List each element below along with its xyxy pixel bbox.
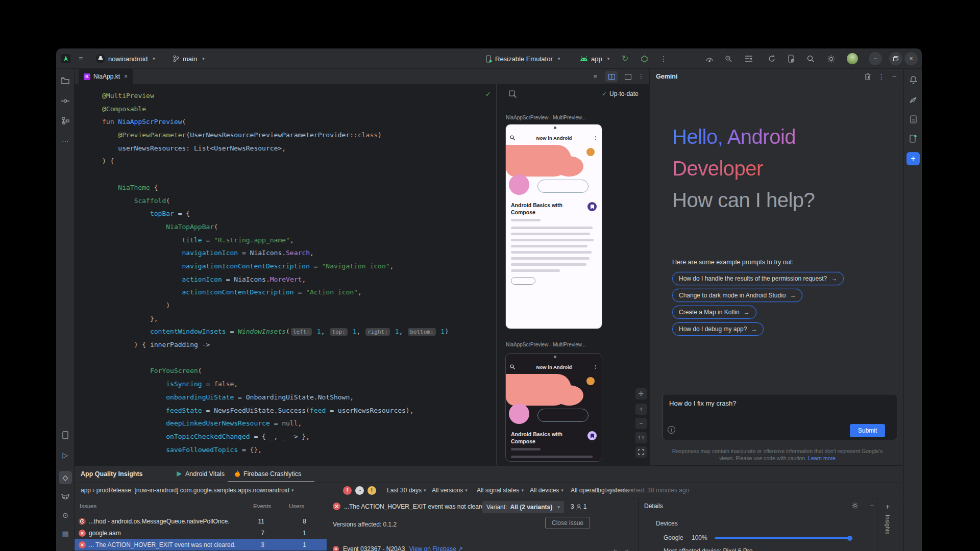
maximize-button[interactable] bbox=[889, 48, 902, 69]
variant-dropdown[interactable]: Variant: All (2 variants) ▾ bbox=[482, 501, 564, 513]
code-view-button[interactable]: ≡ bbox=[589, 71, 601, 82]
versions-dropdown[interactable]: All versions▾ bbox=[432, 483, 468, 498]
compose-preview-panel: ✓ Up-to-date NiaAppScrPreview - MultiPre… bbox=[496, 84, 649, 465]
next-event-icon[interactable]: → bbox=[624, 545, 630, 551]
preview-label-2[interactable]: NiaAppScrPreview - MultiPreview... bbox=[506, 342, 586, 347]
time-range-dropdown[interactable]: Last 30 days▾ bbox=[387, 483, 426, 498]
prompt-chip-dark-mode[interactable]: Change to dark mode in Android Studio → bbox=[672, 289, 802, 302]
device-selector[interactable]: Resizable Emulator ▾ bbox=[485, 48, 560, 69]
view-on-firebase-link[interactable]: View on Firebase ↗ bbox=[409, 545, 463, 551]
col-events[interactable]: Events bbox=[253, 503, 271, 509]
design-view-button[interactable] bbox=[622, 71, 634, 82]
prev-event-icon[interactable]: ← bbox=[612, 545, 619, 551]
zoom-in-button[interactable]: + bbox=[635, 404, 647, 415]
scope-dropdown[interactable]: app › prodRelease: [now-in-android] com.… bbox=[81, 483, 293, 498]
run-config-selector[interactable]: app ▾ bbox=[580, 48, 609, 69]
phone-app-bar: Now in Android ⋮ bbox=[506, 361, 602, 373]
issue-row-action-hover-exit[interactable]: ... The ACTION_HOVER_EXIT event was not … bbox=[75, 539, 327, 550]
details-settings-icon[interactable] bbox=[851, 502, 859, 509]
code-editor[interactable]: @MultiPreview@Composablefun NiaAppScrPre… bbox=[75, 84, 496, 465]
devices-dropdown[interactable]: All devices▾ bbox=[530, 483, 564, 498]
search-everywhere-button[interactable] bbox=[806, 48, 815, 69]
signal-states-dropdown[interactable]: All signal states▾ bbox=[477, 483, 524, 498]
anr-filter-toggle[interactable]: ! bbox=[368, 486, 376, 495]
add-tool-button[interactable]: + bbox=[906, 152, 920, 165]
running-devices-tool-button[interactable] bbox=[906, 132, 920, 145]
details-title[interactable]: Details bbox=[644, 503, 663, 510]
insights-vertical-tab[interactable]: Insights bbox=[885, 515, 891, 534]
rerun-button[interactable]: ↻ bbox=[622, 48, 628, 69]
inspect-code-button[interactable] bbox=[724, 48, 732, 69]
minimize-button[interactable]: − bbox=[869, 48, 882, 69]
notifications-tool-button[interactable] bbox=[906, 73, 920, 86]
col-users[interactable]: Users bbox=[289, 503, 304, 509]
tab-android-vitals[interactable]: Android Vitals bbox=[176, 466, 225, 482]
col-issues[interactable]: Issues bbox=[80, 503, 96, 509]
gemini-tool-button[interactable] bbox=[906, 93, 920, 107]
app-quality-insights-tool-button[interactable]: ◇ bbox=[59, 471, 72, 484]
zoom-reset-button[interactable]: 1:1 bbox=[635, 432, 647, 443]
run-tool-button[interactable]: ▷ bbox=[59, 448, 72, 462]
maximize-icon bbox=[889, 52, 902, 65]
run-button[interactable] bbox=[641, 48, 648, 69]
screenshot-tool-button[interactable]: ▦ bbox=[59, 527, 72, 540]
problems-tool-button[interactable]: ⊙ bbox=[59, 509, 72, 522]
close-issue-button[interactable]: Close issue bbox=[545, 517, 590, 529]
branch-selector[interactable]: main ▾ bbox=[173, 48, 205, 69]
zoom-fit-button[interactable] bbox=[635, 446, 647, 458]
prompt-chip-permission[interactable]: How do I handle the results of the permi… bbox=[672, 272, 844, 285]
close-tab-icon[interactable]: × bbox=[124, 73, 128, 80]
prompt-chip-map-kotlin[interactable]: Create a Map in Kotlin → bbox=[672, 306, 756, 319]
close-button[interactable]: × bbox=[904, 48, 918, 69]
phone-preview-light[interactable]: Now in Android ⋮ Android Basics with Com… bbox=[505, 124, 602, 329]
issue-row-google-aam[interactable]: google.aam 7 1 bbox=[75, 527, 327, 539]
prompt-chip-label: How do I debug my app? bbox=[679, 325, 747, 333]
fatal-filter-toggle[interactable]: ! bbox=[343, 486, 352, 495]
event-pager[interactable]: ← → bbox=[612, 545, 630, 551]
trash-icon[interactable] bbox=[865, 73, 871, 80]
device-manager-tool-button[interactable] bbox=[59, 429, 72, 442]
zoom-out-button[interactable]: − bbox=[635, 418, 647, 429]
code-line: ForYouScreen( bbox=[102, 364, 449, 378]
editor-options-button[interactable]: ⋮ bbox=[635, 71, 647, 82]
issue-row-native-poll[interactable]: ...thod - android.os.MessageQueue.native… bbox=[75, 515, 327, 527]
more-tool-windows-button[interactable]: ⋯ bbox=[59, 134, 72, 147]
learn-more-link[interactable]: Learn more bbox=[808, 455, 836, 461]
device-manager-button[interactable] bbox=[787, 48, 795, 69]
prompt-chip-debug[interactable]: How do I debug my app? → bbox=[672, 322, 764, 336]
submit-button[interactable]: Submit bbox=[850, 424, 885, 437]
info-icon[interactable]: i bbox=[668, 426, 675, 434]
commit-tool-button[interactable] bbox=[59, 94, 72, 108]
gradle-sync-button[interactable] bbox=[768, 48, 776, 69]
project-tool-button[interactable] bbox=[59, 74, 72, 87]
refresh-icon[interactable]: ↻ bbox=[596, 487, 602, 494]
todo-list-button[interactable] bbox=[745, 48, 753, 69]
structure-tool-button[interactable] bbox=[59, 114, 72, 127]
hide-details-icon[interactable]: − bbox=[870, 502, 874, 509]
profiler-button[interactable] bbox=[705, 48, 714, 69]
terminal-tool-button[interactable]: ›_ bbox=[59, 545, 72, 551]
event-nav-row: Event 032367 - N20A3 View on Firebase ↗ … bbox=[333, 545, 463, 551]
hamburger-menu-button[interactable]: ≡ bbox=[79, 48, 83, 69]
zoom-out-icon: − bbox=[639, 420, 643, 427]
hide-panel-icon[interactable]: − bbox=[892, 73, 896, 80]
preview-label-1[interactable]: NiaAppScrPreview - MultiPreview... bbox=[506, 115, 586, 120]
phone-preview-dark[interactable]: Now in Android ⋮ Android Basics with Com… bbox=[505, 353, 602, 462]
user-avatar[interactable] bbox=[847, 48, 858, 69]
devices-section-label: Devices bbox=[656, 520, 678, 527]
logcat-tool-button[interactable] bbox=[59, 490, 72, 504]
nonfatal-filter-toggle[interactable]: ◔ bbox=[355, 486, 364, 495]
inspections-ok-icon[interactable]: ✓ bbox=[485, 90, 491, 98]
more-actions-button[interactable]: ⋮ bbox=[660, 48, 667, 69]
kebab-icon[interactable]: ⋮ bbox=[878, 73, 885, 80]
project-selector[interactable]: nowinandroid ▾ bbox=[96, 48, 155, 69]
tab-firebase-crashlytics[interactable]: Firebase Crashlytics bbox=[235, 466, 301, 482]
insights-rail: + Insights bbox=[877, 498, 902, 551]
device-explorer-tool-button[interactable] bbox=[906, 113, 920, 126]
add-insight-icon[interactable]: + bbox=[886, 503, 890, 511]
preview-zoom-icon[interactable] bbox=[509, 90, 517, 98]
split-view-button[interactable] bbox=[605, 71, 618, 82]
settings-button[interactable] bbox=[827, 48, 836, 69]
pan-button[interactable]: ✛ bbox=[635, 388, 647, 399]
tab-niaapp-kt[interactable]: K NiaApp.kt × bbox=[79, 69, 133, 84]
